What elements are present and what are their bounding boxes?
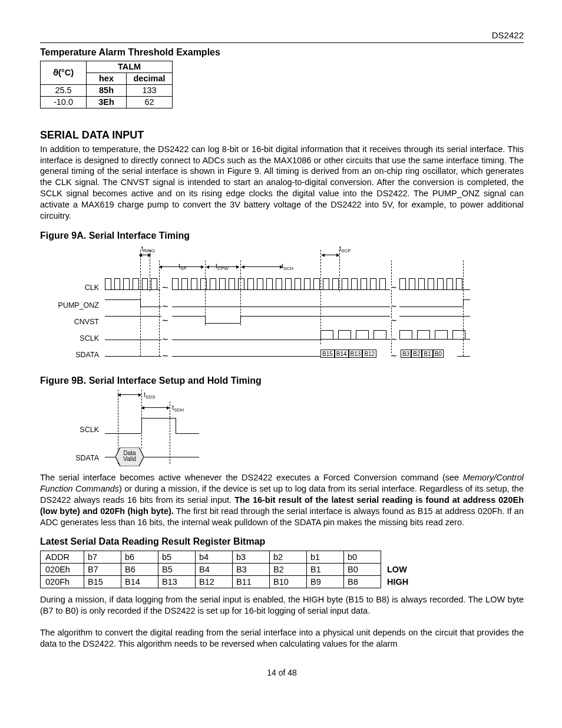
talm-row: -10.0 3Eh 62 bbox=[41, 97, 173, 108]
talm-col-dec: decimal bbox=[127, 73, 173, 85]
fig9a-cnvst-line bbox=[399, 316, 470, 317]
fig9a-pump-line bbox=[105, 299, 140, 300]
fig9b-arrow bbox=[141, 407, 170, 408]
bit-box: B2 bbox=[411, 350, 422, 358]
reg-bit: B11 bbox=[233, 576, 270, 588]
fig9b-heading: Figure 9B. Serial Interface Setup and Ho… bbox=[40, 375, 524, 387]
break-icon: ≀ bbox=[163, 338, 168, 341]
fig9b-label-sdata: SDATA bbox=[40, 453, 99, 463]
talm-row: 25.5 85h 133 bbox=[41, 85, 173, 97]
trailing-p2: The algorithm to convert the digital rea… bbox=[40, 627, 524, 650]
reg-addr: 020Fh bbox=[41, 576, 84, 588]
reg-bit: B1 bbox=[307, 564, 344, 576]
fig9b-diagram: SCLK SDATA tSDS tSDH Data Vali bbox=[40, 390, 524, 466]
fig9a-sclk-line bbox=[172, 340, 320, 340]
serial-heading: SERIAL DATA INPUT bbox=[40, 129, 524, 142]
fig9a-pump-line bbox=[463, 299, 470, 300]
fig9b-data-valid: Data Valid bbox=[115, 447, 144, 465]
break-icon: ≀ bbox=[391, 338, 397, 341]
fig9a-dash bbox=[463, 261, 464, 356]
reg-bit: B8 bbox=[344, 576, 381, 588]
break-icon: ≀ bbox=[391, 305, 397, 308]
reg-bit: B12 bbox=[196, 576, 233, 588]
reg-row: 020Eh B7 B6 B5 B4 B3 B2 B1 B0 LOW bbox=[41, 564, 416, 576]
fig9a-heading: Figure 9A. Serial Interface Timing bbox=[40, 230, 524, 242]
talm-hex-cell: 3Eh bbox=[87, 97, 127, 108]
talm-theta-cell: 25.5 bbox=[41, 85, 87, 97]
part-number: DS2422 bbox=[40, 29, 524, 41]
bit-box: B3 bbox=[401, 350, 411, 358]
talm-col-theta: ϑ(°C) bbox=[41, 61, 87, 85]
reg-table: ADDR b7 b6 b5 b4 b3 b2 b1 b0 020Eh B7 B6… bbox=[40, 551, 416, 588]
reg-bit-header: b2 bbox=[270, 551, 307, 564]
talm-hex-cell: 85h bbox=[87, 85, 127, 97]
fig9a-cnvst-line bbox=[105, 316, 161, 317]
fig9a-cnvst-line bbox=[205, 323, 240, 324]
reg-heading: Latest Serial Data Reading Result Regist… bbox=[40, 536, 524, 548]
fig9a-cnvst-line bbox=[240, 316, 390, 317]
fig9a-label-sdata: SDATA bbox=[40, 350, 99, 360]
fig9a-sdata-line bbox=[457, 356, 470, 357]
talm-table: ϑ(°C) TALM hex decimal 25.5 85h 133 -10.… bbox=[40, 61, 173, 108]
reg-bit: B9 bbox=[307, 576, 344, 588]
bit-box: B13 bbox=[349, 350, 363, 358]
bit-box: B15 bbox=[320, 350, 335, 358]
fig9a-cnvst-line bbox=[172, 316, 205, 317]
fig9b-sclk-line bbox=[141, 418, 142, 433]
fig9a-t-scp: tSCP bbox=[339, 244, 351, 255]
reg-bit: B4 bbox=[196, 564, 233, 576]
fig9a-t-sch: tSCH bbox=[282, 262, 293, 272]
fig9a-label-clk: CLK bbox=[40, 283, 99, 292]
fig9b-t-sdh: tSDH bbox=[172, 403, 184, 414]
fig9b-dash bbox=[170, 401, 170, 464]
fig9b-sclk-line bbox=[105, 433, 141, 434]
bit-box: B14 bbox=[335, 350, 349, 358]
page-number: 14 of 48 bbox=[40, 667, 524, 678]
talm-col-hex: hex bbox=[87, 73, 127, 85]
reg-bit: B5 bbox=[158, 564, 196, 576]
reg-row: 020Fh B15 B14 B13 B12 B11 B10 B9 B8 HIGH bbox=[41, 576, 416, 588]
reg-bit: B7 bbox=[84, 564, 121, 576]
fig9a-pump-line bbox=[463, 299, 464, 307]
fig9b-t-sds: tSDS bbox=[144, 390, 156, 401]
fig9b-sclk-line bbox=[176, 433, 199, 434]
fig9a-sdata-line bbox=[105, 356, 161, 357]
reg-bit-header: b7 bbox=[84, 551, 121, 564]
trailing-p1: During a mission, if data logging from t… bbox=[40, 594, 524, 617]
break-icon: ≀ bbox=[391, 286, 397, 289]
fig9a-arrow bbox=[322, 255, 339, 255]
fig9b-arrow bbox=[118, 394, 141, 395]
talm-dec-cell: 133 bbox=[127, 85, 173, 97]
reg-tag: LOW bbox=[381, 564, 416, 576]
fig9a-pump-line bbox=[399, 307, 463, 307]
reg-addr-header: ADDR bbox=[41, 551, 84, 564]
fig9b-sclk-line bbox=[176, 418, 176, 433]
fig9a-t-cpw: tCPW bbox=[216, 262, 229, 272]
fig9a-sclk-train bbox=[320, 330, 391, 340]
fig9b-label-sclk: SCLK bbox=[40, 425, 99, 434]
fig9a-t-ring: tRING bbox=[141, 244, 155, 255]
reg-bit-header: b1 bbox=[307, 551, 344, 564]
reg-bit: B14 bbox=[121, 576, 158, 588]
fig9a-bits-right: B3B2B1B0 bbox=[401, 348, 444, 359]
fig9a-cnvst-line bbox=[205, 316, 206, 323]
fig9b-sclk-line bbox=[141, 418, 176, 419]
reg-bit: B0 bbox=[344, 564, 381, 576]
reg-addr: 020Eh bbox=[41, 564, 84, 576]
fig9a-sdata-line bbox=[172, 356, 320, 357]
fig9a-pump-line bbox=[140, 307, 161, 307]
fig9a-t-sp: tSP bbox=[178, 262, 187, 272]
talm-heading: Temperature Alarm Threshold Examples bbox=[40, 47, 524, 59]
bit-box: B12 bbox=[362, 350, 376, 358]
fig9a-clk-train bbox=[172, 278, 390, 290]
reg-bit: B3 bbox=[233, 564, 270, 576]
reg-bit-header: b5 bbox=[158, 551, 196, 564]
fig9a-sclk-line bbox=[105, 340, 161, 340]
bit-box: B0 bbox=[433, 350, 444, 358]
fig9a-arrow bbox=[139, 255, 151, 255]
fig9a-bits-left: B15B14B13B12 bbox=[320, 348, 376, 359]
fig9a-label-pump: PUMP_ONZ bbox=[40, 301, 99, 310]
fig9a-pump-line bbox=[140, 299, 141, 307]
talm-dec-cell: 62 bbox=[127, 97, 173, 108]
reg-bit: B10 bbox=[270, 576, 307, 588]
